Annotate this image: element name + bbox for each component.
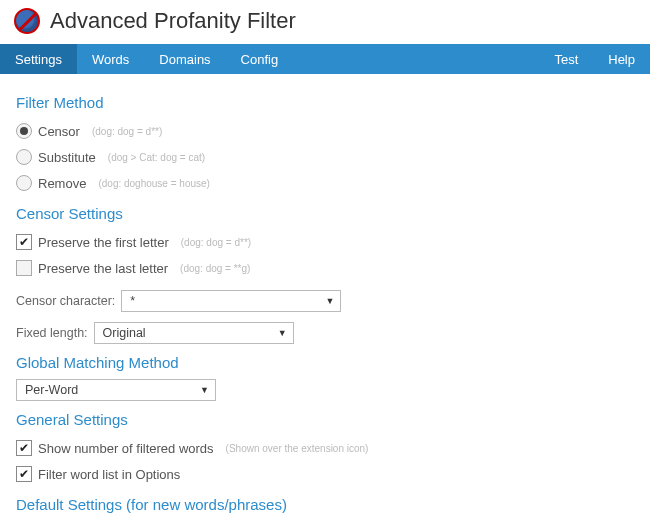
- field-fixed-length: Fixed length: Original ▼: [16, 322, 634, 344]
- check-preserve-last[interactable]: [16, 260, 32, 276]
- app-title: Advanced Profanity Filter: [50, 8, 296, 34]
- tab-domains[interactable]: Domains: [144, 44, 225, 74]
- field-global-matching: Per-Word ▼: [16, 379, 634, 401]
- app-logo-icon: [14, 8, 40, 34]
- field-censor-character: Censor character: * ▼: [16, 290, 634, 312]
- section-general-settings: General Settings: [16, 411, 634, 428]
- check-row-preserve-first[interactable]: Preserve the first letter (dog: dog = d*…: [16, 230, 634, 254]
- radio-substitute-label: Substitute: [38, 150, 96, 165]
- radio-row-remove[interactable]: Remove (dog: doghouse = house): [16, 171, 634, 195]
- check-preserve-first[interactable]: [16, 234, 32, 250]
- check-row-filter-list[interactable]: Filter word list in Options: [16, 462, 634, 486]
- radio-substitute[interactable]: [16, 149, 32, 165]
- radio-censor[interactable]: [16, 123, 32, 139]
- check-row-preserve-last[interactable]: Preserve the last letter (dog: dog = **g…: [16, 256, 634, 280]
- radio-remove[interactable]: [16, 175, 32, 191]
- radio-substitute-hint: (dog > Cat: dog = cat): [108, 152, 205, 163]
- radio-remove-hint: (dog: doghouse = house): [98, 178, 209, 189]
- fixed-length-label: Fixed length:: [16, 326, 88, 340]
- global-matching-select[interactable]: Per-Word ▼: [16, 379, 216, 401]
- radio-censor-hint: (dog: dog = d**): [92, 126, 162, 137]
- content: Filter Method Censor (dog: dog = d**) Su…: [0, 74, 650, 514]
- check-filter-list-label: Filter word list in Options: [38, 467, 180, 482]
- check-preserve-first-hint: (dog: dog = d**): [181, 237, 251, 248]
- global-matching-value: Per-Word: [25, 383, 78, 397]
- section-global-matching: Global Matching Method: [16, 354, 634, 371]
- check-show-count-hint: (Shown over the extension icon): [226, 443, 369, 454]
- tab-settings[interactable]: Settings: [0, 44, 77, 74]
- chevron-down-icon: ▼: [278, 328, 287, 338]
- radio-row-substitute[interactable]: Substitute (dog > Cat: dog = cat): [16, 145, 634, 169]
- chevron-down-icon: ▼: [200, 385, 209, 395]
- check-filter-list[interactable]: [16, 466, 32, 482]
- radio-remove-label: Remove: [38, 176, 86, 191]
- chevron-down-icon: ▼: [325, 296, 334, 306]
- section-filter-method: Filter Method: [16, 94, 634, 111]
- check-preserve-last-hint: (dog: dog = **g): [180, 263, 250, 274]
- tab-config[interactable]: Config: [226, 44, 294, 74]
- fixed-length-value: Original: [103, 326, 146, 340]
- section-default-settings: Default Settings (for new words/phrases): [16, 496, 634, 513]
- check-row-show-count[interactable]: Show number of filtered words (Shown ove…: [16, 436, 634, 460]
- radio-censor-label: Censor: [38, 124, 80, 139]
- radio-row-censor[interactable]: Censor (dog: dog = d**): [16, 119, 634, 143]
- tab-help[interactable]: Help: [593, 44, 650, 74]
- check-preserve-last-label: Preserve the last letter: [38, 261, 168, 276]
- tab-bar: Settings Words Domains Config Test Help: [0, 44, 650, 74]
- section-censor-settings: Censor Settings: [16, 205, 634, 222]
- header: Advanced Profanity Filter: [0, 0, 650, 44]
- censor-char-value: *: [130, 294, 135, 308]
- tab-test[interactable]: Test: [539, 44, 593, 74]
- censor-char-select[interactable]: * ▼: [121, 290, 341, 312]
- tab-words[interactable]: Words: [77, 44, 144, 74]
- check-show-count[interactable]: [16, 440, 32, 456]
- check-show-count-label: Show number of filtered words: [38, 441, 214, 456]
- check-preserve-first-label: Preserve the first letter: [38, 235, 169, 250]
- censor-char-label: Censor character:: [16, 294, 115, 308]
- fixed-length-select[interactable]: Original ▼: [94, 322, 294, 344]
